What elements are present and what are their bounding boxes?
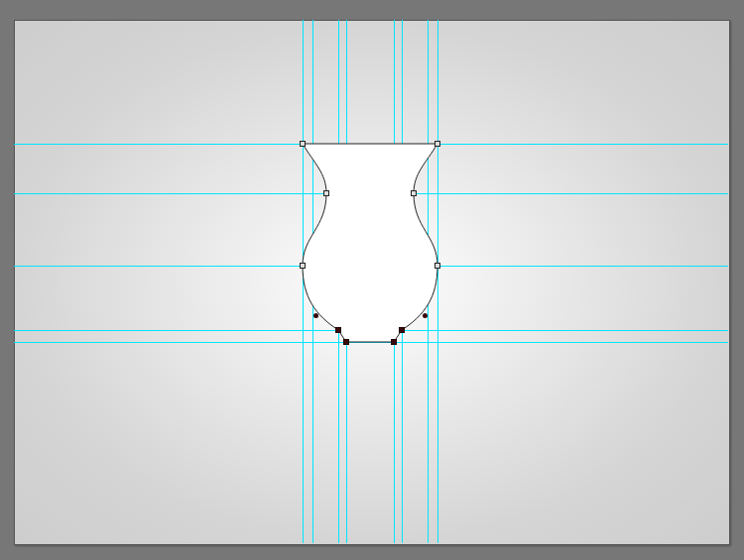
guide-vertical[interactable] — [303, 20, 304, 543]
guide-horizontal[interactable] — [14, 266, 728, 267]
anchor-point[interactable] — [323, 190, 329, 196]
anchor-point-selected[interactable] — [335, 327, 341, 333]
anchor-point-selected[interactable] — [399, 327, 405, 333]
editor-stage — [0, 0, 744, 560]
artboard[interactable] — [14, 20, 730, 545]
anchor-point-selected[interactable] — [391, 339, 397, 345]
anchor-point[interactable] — [300, 263, 306, 269]
guide-vertical[interactable] — [312, 20, 313, 543]
guide-vertical[interactable] — [428, 20, 429, 543]
guide-vertical[interactable] — [346, 20, 347, 543]
guide-horizontal[interactable] — [14, 342, 728, 343]
guide-vertical[interactable] — [402, 20, 403, 543]
guide-vertical[interactable] — [394, 20, 395, 543]
guide-horizontal[interactable] — [14, 330, 728, 331]
anchor-point[interactable] — [434, 263, 440, 269]
bezier-control-point[interactable] — [423, 313, 428, 318]
guide-vertical[interactable] — [437, 20, 438, 543]
guide-horizontal[interactable] — [14, 144, 728, 145]
bezier-control-point[interactable] — [313, 313, 318, 318]
anchor-point[interactable] — [411, 190, 417, 196]
anchor-point[interactable] — [300, 141, 306, 147]
guide-vertical[interactable] — [338, 20, 339, 543]
guide-horizontal[interactable] — [14, 193, 728, 194]
anchor-point[interactable] — [434, 141, 440, 147]
anchor-point-selected[interactable] — [343, 339, 349, 345]
